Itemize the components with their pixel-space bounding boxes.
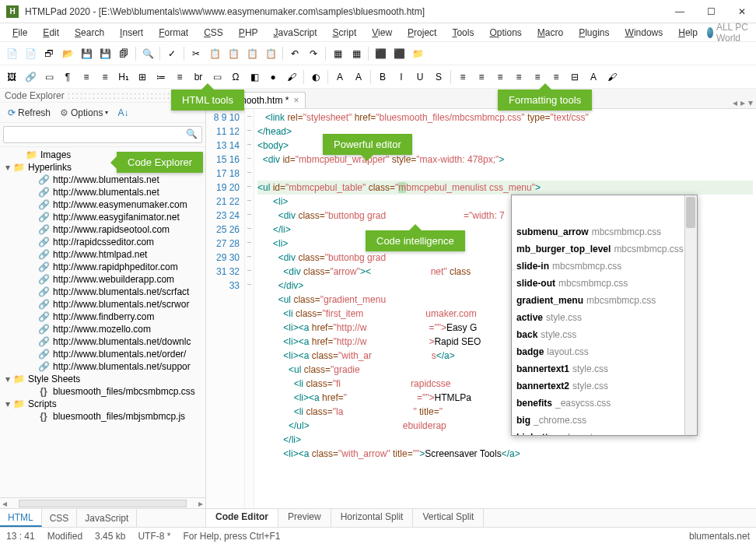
tree-item[interactable]: 🔗http://www.rapidphpeditor.com: [0, 261, 205, 273]
refresh-button[interactable]: ⟳Refresh: [5, 106, 54, 120]
toolbar-button[interactable]: ⊟: [566, 68, 583, 86]
toolbar-button[interactable]: 📁: [409, 45, 426, 62]
toolbar-button[interactable]: 📋: [262, 45, 279, 62]
tree-item[interactable]: {}bluesmooth_files/mbcsmbmcp.css: [0, 385, 205, 398]
autocomplete-item[interactable]: big_chrome.css: [512, 412, 697, 429]
view-tab[interactable]: Horizontal Split: [331, 509, 414, 527]
toolbar-button[interactable]: ⬛: [372, 45, 389, 62]
tree-item[interactable]: 🔗http://www.easygifanimator.net: [0, 211, 205, 223]
menu-css[interactable]: CSS: [198, 26, 229, 40]
toolbar-button[interactable]: 🖌: [604, 68, 621, 86]
search-input[interactable]: [3, 126, 202, 143]
menu-edit[interactable]: Edit: [37, 26, 65, 40]
toolbar-button[interactable]: ◐: [307, 68, 324, 86]
tree-item[interactable]: 🔗http://www.easymenumaker.com: [0, 198, 205, 211]
autocomplete-item[interactable]: backstyle.css: [512, 326, 697, 343]
maximize-button[interactable]: ☐: [703, 4, 719, 19]
toolbar-button[interactable]: ¶: [59, 68, 76, 86]
toolbar-button[interactable]: Ω: [227, 68, 244, 86]
toolbar-button[interactable]: ≡: [454, 68, 471, 86]
tree-item[interactable]: {}bluesmooth_files/mbjsmbmcp.js: [0, 410, 205, 423]
tree-item[interactable]: 🔗http://www.blumentals.net/order/: [0, 348, 205, 360]
autocomplete-item[interactable]: benefits_easycss.css: [512, 395, 697, 412]
toolbar-button[interactable]: 💾: [78, 45, 95, 62]
toolbar-button[interactable]: 💾: [96, 45, 114, 62]
tree-item[interactable]: 🔗http://www.webuilderapp.com: [0, 273, 205, 286]
tree-item[interactable]: 🔗http://www.blumentals.net/scrfact: [0, 286, 205, 298]
toolbar-button[interactable]: 🔍: [139, 45, 156, 62]
toolbar-button[interactable]: ↷: [305, 45, 322, 62]
toolbar-button[interactable]: ▦: [329, 45, 346, 62]
toolbar-button[interactable]: ≡: [510, 68, 527, 86]
menu-script[interactable]: Script: [327, 26, 363, 40]
view-tab[interactable]: Code Editor: [206, 509, 278, 527]
toolbar-button[interactable]: H₁: [115, 68, 132, 86]
toolbar-button[interactable]: ✂: [187, 45, 205, 62]
toolbar-button[interactable]: 📄: [22, 45, 39, 62]
sort-button[interactable]: A↓: [114, 106, 131, 120]
lang-tab-javascript[interactable]: JavaScript: [77, 509, 137, 527]
sidebar-hscroll[interactable]: ◂ ▸: [0, 497, 205, 508]
toolbar-button[interactable]: 📋: [225, 45, 242, 62]
toolbar-button[interactable]: ▭: [40, 68, 58, 86]
tree-item[interactable]: 🔗http://www.findberry.com: [0, 311, 205, 323]
autocomplete-item[interactable]: bannertext2style.css: [512, 377, 697, 395]
menu-help[interactable]: Help: [672, 26, 704, 40]
menu-view[interactable]: View: [366, 26, 398, 40]
autocomplete-item[interactable]: slide-outmbcsmbmcp.css: [512, 275, 697, 292]
toolbar-button[interactable]: ⊞: [134, 68, 151, 86]
tab-menu-button[interactable]: ▾: [748, 97, 753, 108]
next-tab-button[interactable]: ▸: [740, 97, 745, 108]
close-icon[interactable]: ×: [293, 95, 299, 106]
menu-javascript[interactable]: JavaScript: [268, 26, 324, 40]
toolbar-button[interactable]: ≡: [473, 68, 490, 86]
tree-item[interactable]: ▾📁Scripts: [0, 398, 205, 410]
options-button[interactable]: ⚙Options▾: [57, 106, 111, 120]
toolbar-button[interactable]: 🔗: [22, 68, 39, 86]
code-editor[interactable]: <link rel="stylesheet" href="bluesmooth_…: [254, 109, 756, 508]
menu-options[interactable]: Options: [483, 26, 527, 40]
toolbar-button[interactable]: ▦: [348, 45, 365, 62]
search-icon[interactable]: 🔍: [186, 128, 198, 139]
toolbar-button[interactable]: 🖼: [3, 68, 20, 86]
toolbar-button[interactable]: 📋: [243, 45, 261, 62]
tree-item[interactable]: 🔗http://www.htmlpad.net: [0, 248, 205, 261]
autocomplete-item[interactable]: activestyle.css: [512, 309, 697, 326]
menu-windows[interactable]: Windows: [619, 26, 670, 40]
toolbar-button[interactable]: A: [331, 68, 348, 86]
code-explorer-tree[interactable]: 📁Images▾📁Hyperlinks🔗http://www.blumental…: [0, 147, 205, 497]
view-tab[interactable]: Vertical Split: [413, 509, 484, 527]
toolbar-button[interactable]: ⬛: [390, 45, 408, 62]
toolbar-button[interactable]: 🖌: [283, 68, 300, 86]
autocomplete-item[interactable]: badgelayout.css: [512, 343, 697, 360]
lang-tab-html[interactable]: HTML: [0, 509, 42, 527]
toolbar-button[interactable]: A: [350, 68, 367, 86]
view-tab[interactable]: Preview: [278, 509, 331, 527]
toolbar-button[interactable]: 📄: [3, 45, 20, 62]
autocomplete-popup[interactable]: submenu_arrowmbcsmbmcp.cssmb_burger_top_…: [511, 195, 698, 436]
toolbar-button[interactable]: U: [411, 68, 429, 86]
menu-file[interactable]: File: [6, 26, 33, 40]
toolbar-button[interactable]: 📂: [59, 45, 76, 62]
tree-item[interactable]: 🔗http://rapidcsseditor.com: [0, 236, 205, 248]
autocomplete-item[interactable]: gradient_menumbcsmbmcp.css: [512, 292, 697, 309]
toolbar-button[interactable]: ≡: [78, 68, 95, 86]
menu-format[interactable]: Format: [152, 26, 194, 40]
tree-item[interactable]: 🔗http://www.blumentals.net/scrwor: [0, 298, 205, 311]
tree-item[interactable]: 🔗http://www.blumentals.net: [0, 174, 205, 186]
toolbar-button[interactable]: ≡: [171, 68, 188, 86]
menu-project[interactable]: Project: [401, 26, 443, 40]
fold-column[interactable]: – – – – – – – – – – – – –: [245, 109, 254, 508]
toolbar-button[interactable]: 🗐: [115, 45, 132, 62]
tree-item[interactable]: 🔗http://www.mozello.com: [0, 323, 205, 335]
toolbar-button[interactable]: ≔: [152, 68, 170, 86]
autocomplete-item[interactable]: bannertext1style.css: [512, 360, 697, 377]
toolbar-button[interactable]: 📋: [206, 45, 223, 62]
toolbar-button[interactable]: S: [430, 68, 447, 86]
autocomplete-scrollbar[interactable]: [684, 195, 697, 435]
line-gutter[interactable]: 8 9 10 11 12 13 14 15 16 17 18 19 20 21 …: [206, 109, 245, 508]
toolbar-button[interactable]: B: [374, 68, 391, 86]
tree-item[interactable]: 🔗http://www.blumentals.net/suppor: [0, 360, 205, 373]
menu-php[interactable]: PHP: [233, 26, 264, 40]
menu-tools[interactable]: Tools: [446, 26, 480, 40]
